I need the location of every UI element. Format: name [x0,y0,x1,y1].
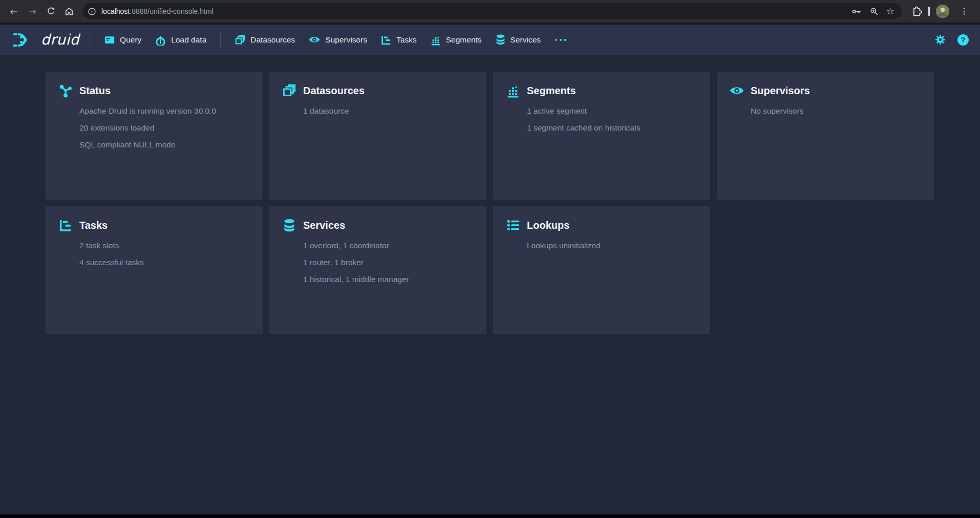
nav-item-label: Load data [171,35,206,45]
card-segments[interactable]: Segments 1 active segment 1 segment cach… [493,72,710,200]
druid-navbar: druid Query Load data [0,25,980,55]
nav-item-supervisors[interactable]: Supervisors [302,25,374,55]
status-line: 20 extensions loaded [79,122,250,133]
nav-item-segments[interactable]: Segments [423,25,488,55]
extensions-icon[interactable] [911,6,922,17]
forward-button[interactable]: → [24,3,41,20]
card-datasources[interactable]: Datasources 1 datasource [269,72,486,200]
database-icon [282,218,297,233]
bookmark-star-icon[interactable]: ☆ [886,7,894,16]
help-button[interactable]: ? [957,34,969,46]
status-line: No supervisors [751,105,922,116]
card-status[interactable]: Status Apache Druid is running version 3… [46,72,263,200]
properties-list-icon [505,218,521,233]
status-line: 1 overlord, 1 coordinator [303,240,474,251]
nav-item-load-data[interactable]: Load data [148,25,213,55]
card-title: Segments [527,85,576,97]
nav-item-label: Supervisors [325,35,367,45]
card-title: Status [79,85,111,97]
druid-logo-icon [12,30,36,50]
card-supervisors[interactable]: Supervisors No supervisors [717,72,934,200]
home-button[interactable] [60,3,78,20]
nav-item-datasources[interactable]: Datasources [228,25,302,55]
card-tasks[interactable]: Tasks 2 task slots 4 successful tasks [46,206,263,334]
address-bar[interactable]: localhost:8888/unified-console.html ☆ [83,3,902,19]
avatar-photo [936,5,949,18]
status-line: 4 successful tasks [79,257,250,268]
gantt-icon [380,34,392,46]
card-title: Tasks [79,220,108,231]
gear-icon[interactable] [934,34,946,46]
browser-toolbar: ← → localhost:8888/unified-console.html [0,0,980,23]
status-line: 1 historical, 1 middle manager [303,274,474,285]
status-line: SQL compliant NULL mode [79,139,250,150]
nav-item-label: Segments [446,35,482,45]
stacked-chart-icon [505,83,521,98]
status-line: 2 task slots [79,240,250,251]
site-info-button[interactable] [85,5,98,18]
browser-menu-button[interactable] [955,3,973,20]
home-view: Status Apache Druid is running version 3… [0,55,980,514]
toolbar-divider [928,7,930,16]
kebab-menu-icon [960,7,969,16]
card-title: Services [303,220,345,231]
nav-item-query[interactable]: Query [97,25,148,55]
password-key-icon[interactable] [851,6,862,17]
console-icon [104,34,115,46]
eye-icon [729,83,744,98]
bottom-black-strip [0,514,980,518]
eye-icon [308,35,321,45]
nav-divider [220,33,221,47]
nav-item-label: Query [120,35,141,45]
brand-wordmark: druid [41,31,79,48]
reload-icon [46,6,56,16]
back-button[interactable]: ← [5,3,23,20]
card-title: Datasources [303,85,365,97]
stacked-squares-icon [235,34,246,46]
nav-item-label: Tasks [396,35,417,45]
gantt-icon [58,218,73,233]
home-icon [64,6,74,16]
nav-divider [90,33,90,47]
status-line: Apache Druid is running version 30.0.0 [79,105,250,116]
card-services[interactable]: Services 1 overlord, 1 coordinator 1 rou… [269,206,486,334]
reload-button[interactable] [42,3,59,20]
stacked-squares-icon [282,83,297,98]
help-icon: ? [961,35,965,44]
nav-item-tasks[interactable]: Tasks [374,25,423,55]
card-title: Lookups [527,220,569,231]
profile-avatar[interactable] [936,5,949,18]
druid-logo[interactable]: druid [9,30,82,50]
nav-item-label: Datasources [250,35,295,45]
status-line: 1 segment cached on historicals [527,122,698,133]
url-text: localhost:8888/unified-console.html [101,7,214,15]
nav-item-services[interactable]: Services [488,25,547,55]
database-icon [495,34,506,46]
status-line: 1 router, 1 broker [303,257,474,268]
upload-arrow-icon [155,34,166,46]
status-line: 1 datasource [303,105,474,116]
nav-more-button[interactable] [547,25,574,55]
stacked-chart-icon [430,34,441,46]
card-lookups[interactable]: Lookups Lookups uninitialized [493,206,710,334]
graph-icon [58,83,73,98]
card-title: Supervisors [751,85,810,97]
status-line: 1 active segment [527,105,698,116]
info-icon [88,7,96,16]
zoom-icon[interactable] [869,6,879,16]
status-line: Lookups uninitialized [527,240,698,251]
more-dots-icon [554,37,567,42]
nav-item-label: Services [510,35,541,45]
